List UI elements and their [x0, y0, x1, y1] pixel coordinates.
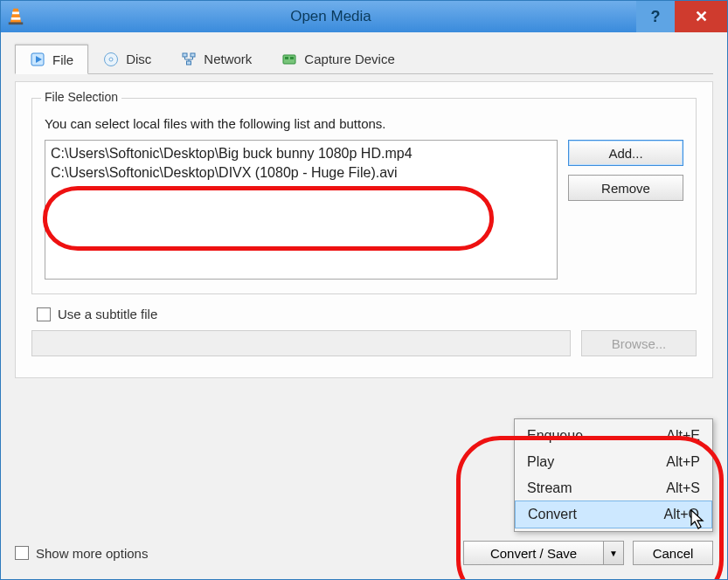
file-list-item[interactable]: C:\Users\Softonic\Desktop\Big buck bunny…: [51, 144, 551, 163]
tab-disc[interactable]: Disc: [88, 44, 166, 73]
help-button[interactable]: ?: [636, 1, 675, 32]
vlc-app-icon: [6, 7, 25, 26]
svg-marker-14: [691, 510, 703, 528]
svg-rect-1: [12, 12, 19, 15]
file-list-item[interactable]: C:\Users\Softonic\Desktop\DIVX (1080p - …: [51, 163, 551, 183]
chevron-down-icon: ▼: [609, 549, 618, 558]
subtitle-path-input: [31, 330, 571, 356]
capture-card-icon: [281, 52, 297, 67]
menu-item-convert[interactable]: Convert Alt+O: [515, 501, 712, 528]
file-selection-group: File Selection You can select local file…: [31, 98, 697, 294]
tab-row: File Disc Network Capture Device: [15, 45, 713, 74]
menu-item-stream[interactable]: Stream Alt+S: [515, 475, 712, 501]
file-listbox[interactable]: C:\Users\Softonic\Desktop\Big buck bunny…: [45, 140, 558, 280]
menu-item-label: Play: [527, 454, 554, 470]
group-legend: File Selection: [41, 90, 121, 104]
network-icon: [181, 52, 197, 67]
convert-save-splitbutton[interactable]: Convert / Save ▼: [463, 541, 624, 565]
svg-rect-13: [290, 57, 294, 59]
menu-item-shortcut: Alt+P: [666, 454, 700, 470]
tab-label: Capture Device: [304, 52, 394, 66]
menu-item-enqueue[interactable]: Enqueue Alt+E: [515, 423, 712, 449]
tab-network[interactable]: Network: [166, 44, 267, 73]
window-title: Open Media: [25, 8, 636, 25]
menu-item-label: Enqueue: [527, 428, 583, 444]
close-button[interactable]: ✕: [675, 1, 727, 32]
disc-icon: [103, 52, 119, 67]
menu-item-play[interactable]: Play Alt+P: [515, 449, 712, 475]
tab-label: Network: [204, 52, 252, 66]
menu-item-label: Stream: [527, 480, 572, 496]
mouse-cursor-icon: [690, 509, 706, 530]
svg-rect-8: [183, 53, 187, 57]
file-play-icon: [30, 52, 45, 67]
client-area: File Disc Network Capture Device File Se…: [1, 32, 727, 579]
tab-capture[interactable]: Capture Device: [267, 44, 409, 73]
convert-save-caret[interactable]: ▼: [603, 541, 624, 565]
convert-save-menu: Enqueue Alt+E Play Alt+P Stream Alt+S Co…: [514, 418, 713, 532]
browse-subtitle-button: Browse...: [581, 330, 697, 356]
use-subtitle-checkbox[interactable]: [37, 307, 51, 321]
menu-item-label: Convert: [528, 507, 577, 522]
svg-marker-0: [10, 9, 22, 24]
show-more-options-checkbox[interactable]: [15, 546, 29, 560]
tab-label: File: [52, 52, 73, 67]
add-button[interactable]: Add...: [568, 140, 683, 166]
menu-item-shortcut: Alt+E: [666, 428, 700, 444]
open-media-window: Open Media ? ✕ File Disc Network Capture…: [0, 0, 728, 580]
use-subtitle-row: Use a subtitle file: [37, 307, 697, 321]
convert-save-main[interactable]: Convert / Save: [463, 541, 603, 565]
remove-button[interactable]: Remove: [568, 175, 683, 201]
tab-label: Disc: [126, 52, 151, 66]
svg-point-7: [109, 58, 113, 61]
menu-item-shortcut: Alt+S: [666, 480, 700, 496]
titlebar: Open Media ? ✕: [1, 1, 727, 32]
show-more-options-label: Show more options: [36, 546, 148, 561]
file-selection-hint: You can select local files with the foll…: [45, 116, 683, 131]
svg-rect-10: [187, 61, 191, 65]
footer-bar: Show more options Convert / Save ▼ Cance…: [15, 541, 713, 565]
file-tab-panel: File Selection You can select local file…: [15, 81, 713, 378]
svg-rect-9: [191, 53, 195, 57]
svg-rect-2: [11, 17, 21, 20]
svg-rect-3: [9, 22, 24, 24]
svg-rect-12: [285, 57, 288, 59]
use-subtitle-label: Use a subtitle file: [58, 307, 157, 321]
cancel-button[interactable]: Cancel: [633, 541, 713, 565]
tab-file[interactable]: File: [15, 45, 88, 74]
